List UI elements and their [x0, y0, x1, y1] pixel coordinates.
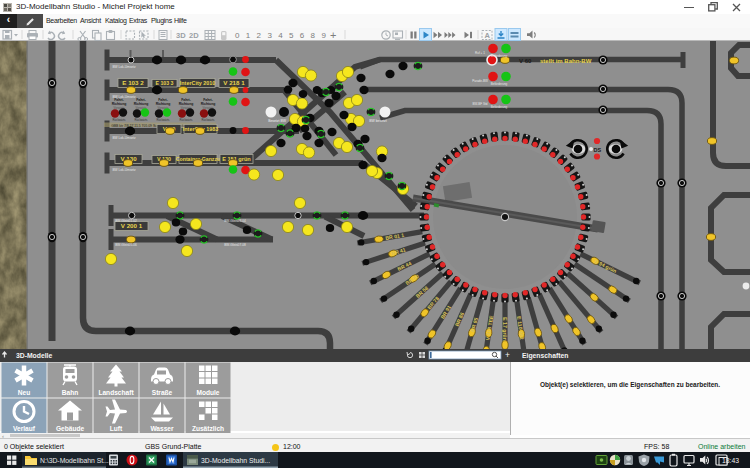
svg-text:BW Lok-Umsetz: BW Lok-Umsetz — [112, 168, 135, 172]
svg-text:BW-Gleis05-06: BW-Gleis05-06 — [115, 243, 137, 247]
svg-text:3: 3 — [267, 31, 272, 40]
svg-text:Besetzt BW: Besetzt BW — [268, 119, 287, 123]
svg-text:V 60: V 60 — [519, 58, 532, 64]
svg-text:E 17 grün: E 17 grün — [502, 317, 508, 341]
svg-text:Verlauf: Verlauf — [13, 424, 36, 431]
svg-text:+: + — [330, 29, 336, 41]
svg-text:5: 5 — [289, 31, 294, 40]
svg-text:Rückwärts: Rückwärts — [156, 118, 170, 122]
svg-text:3D-Modellbahn Studi...: 3D-Modellbahn Studi... — [201, 457, 270, 464]
svg-text:0: 0 — [235, 31, 240, 40]
svg-text:DS: DS — [594, 147, 602, 153]
svg-text:Parade-BW: Parade-BW — [472, 79, 488, 83]
svg-text:BW-Gleis01-02: BW-Gleis01-02 — [115, 219, 137, 223]
svg-text:+: + — [505, 350, 510, 360]
svg-text:E 103 3: E 103 3 — [156, 80, 174, 86]
svg-text:InterCity 2010: InterCity 2010 — [180, 80, 215, 86]
svg-text:BW Lok-Umsetz: BW Lok-Umsetz — [112, 65, 135, 69]
svg-text:2D: 2D — [189, 31, 199, 40]
svg-text:Rückwärts: Rückwärts — [112, 118, 126, 122]
svg-text:V 218 1: V 218 1 — [223, 79, 245, 86]
svg-text:Eigenschaften: Eigenschaften — [522, 352, 568, 360]
svg-text:Landschaft: Landschaft — [98, 388, 134, 395]
svg-text:Luft: Luft — [110, 424, 123, 431]
svg-text:18:43: 18:43 — [722, 457, 739, 464]
svg-text:A: A — [485, 31, 491, 40]
svg-text:N:\3D-Modellbahn St...: N:\3D-Modellbahn St... — [40, 457, 109, 464]
svg-text:Rückwärts: Rückwärts — [134, 118, 148, 122]
svg-text:Wasser: Wasser — [150, 424, 174, 431]
svg-text:Beförderung: Beförderung — [491, 54, 508, 58]
svg-text:Rückwärts: Rückwärts — [179, 118, 193, 122]
svg-text:Rückwärts: Rückwärts — [201, 118, 215, 122]
svg-text:6: 6 — [300, 31, 305, 40]
svg-text:Ruf + 1: Ruf + 1 — [475, 51, 485, 55]
svg-text:1: 1 — [246, 31, 251, 40]
svg-text:Straße: Straße — [152, 388, 173, 395]
svg-text:BW besetzt: BW besetzt — [369, 119, 386, 123]
svg-text:3D: 3D — [176, 31, 186, 40]
svg-text:Beförderung: Beförderung — [491, 82, 508, 86]
svg-text:BW-BF Std: BW-BF Std — [473, 102, 488, 106]
svg-text:Beförderung: Beförderung — [491, 105, 508, 109]
svg-text:Module: Module — [196, 388, 219, 395]
svg-text:E 103 2: E 103 2 — [122, 79, 144, 86]
svg-text:Bahn: Bahn — [62, 388, 78, 395]
svg-text:BW-Gleis03-04: BW-Gleis03-04 — [224, 219, 246, 223]
svg-text:Zusätzlich: Zusätzlich — [192, 424, 224, 431]
svg-text:BW Lok-Umsetz: BW Lok-Umsetz — [112, 136, 135, 140]
svg-text:BW-Gleis07-08: BW-Gleis07-08 — [224, 243, 246, 247]
svg-text:V 200 1: V 200 1 — [121, 222, 143, 229]
svg-text:Neu: Neu — [18, 388, 30, 395]
svg-text:4: 4 — [278, 31, 283, 40]
svg-text:Gebäude: Gebäude — [56, 424, 85, 431]
svg-text:2: 2 — [257, 31, 262, 40]
svg-text:9: 9 — [321, 31, 326, 40]
svg-text:8: 8 — [311, 31, 316, 40]
svg-text:3D-Modelle: 3D-Modelle — [16, 352, 52, 359]
svg-text:stellt im Bahn-BW: stellt im Bahn-BW — [540, 58, 592, 64]
